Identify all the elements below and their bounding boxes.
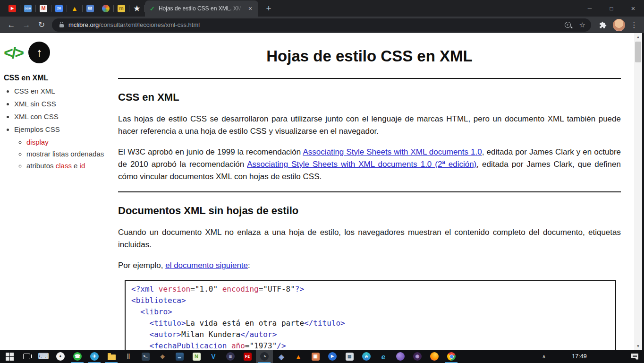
media-player-icon[interactable]: ▶ <box>324 350 341 363</box>
scroll-down-icon[interactable]: ▼ <box>634 342 642 350</box>
pinned-tab-moodle[interactable]: m <box>114 0 129 17</box>
pinned-tab-dsm[interactable]: DSM <box>20 0 35 17</box>
sidebar-item-xml-con-css[interactable]: XML con CSS <box>14 112 118 121</box>
task-view-button[interactable] <box>18 350 35 363</box>
code-token: <fechaPublicacion <box>150 341 231 350</box>
gmail-favicon-icon: M <box>40 5 47 12</box>
code-line: <?xml version="1.0" encoding="UTF-8"?> <box>131 284 610 295</box>
tray-clock[interactable]: 17:49 <box>564 353 594 360</box>
sidebar-item-css-en-xml[interactable]: CSS en XML <box>14 87 118 95</box>
mysql-workbench-icon[interactable]: ▣ <box>307 350 324 363</box>
whatsapp-icon[interactable]: ☎ <box>69 350 86 363</box>
text-segment: El W3C aprobó en junio de 1999 la recome… <box>118 147 303 156</box>
winscp-icon[interactable]: ◆ <box>154 350 171 363</box>
chrome-icon[interactable] <box>443 350 460 363</box>
file-explorer-glyph <box>108 354 116 360</box>
powershell-icon[interactable]: >_ <box>137 350 154 363</box>
pinned-tab-drive[interactable]: ▲ <box>67 0 82 17</box>
text-segment: Cuando un documento XML no enlaza a una … <box>118 228 621 249</box>
pinned-tab-calendar[interactable]: 26 <box>51 0 67 17</box>
divider <box>118 78 621 79</box>
code-token: La vida está en otra parte <box>186 319 304 328</box>
firefox-icon[interactable] <box>426 350 443 363</box>
pinned-tab-bookmarks[interactable]: ★ <box>129 0 144 17</box>
extensions-icon[interactable] <box>596 18 610 32</box>
window-maximize-button[interactable]: □ <box>601 0 622 17</box>
purple-orb-app-icon[interactable] <box>392 350 409 363</box>
sidebar: </> ↑ CSS en XML CSS en XML XML sin CSS … <box>0 33 118 350</box>
obs-glyph: ◔ <box>260 352 269 361</box>
action-center-icon[interactable] <box>631 354 638 360</box>
code-token: ="UTF-8" <box>259 285 295 294</box>
code-token: Milan Kundera <box>181 330 240 339</box>
inline-link[interactable]: el documento siguiente <box>165 261 248 270</box>
window-controls: ─ □ × <box>579 0 644 17</box>
scroll-up-icon[interactable]: ▲ <box>634 33 642 41</box>
chat-app-icon[interactable]: ● <box>52 350 69 363</box>
window-minimize-button[interactable]: ─ <box>579 0 601 17</box>
media-player-glyph: ▶ <box>328 352 337 361</box>
text-segment: class <box>56 162 72 170</box>
pinned-tab-photos[interactable] <box>98 0 113 17</box>
pinned-tab-youtube[interactable]: ▶ <box>5 0 20 17</box>
telegram-icon[interactable]: ✈ <box>86 350 103 363</box>
profile-avatar[interactable] <box>613 19 625 31</box>
edge-browser-icon[interactable]: e <box>358 350 375 363</box>
address-bar[interactable]: mclibre.org/consultar/xml/lecciones/xml-… <box>52 18 591 32</box>
mail-favicon-icon: ✉ <box>86 5 94 12</box>
inline-link[interactable]: Associating Style Sheets with XML docume… <box>247 160 476 169</box>
forward-button[interactable]: → <box>19 17 34 33</box>
drive-favicon-icon: ▲ <box>71 5 78 12</box>
code-token: año <box>231 341 245 350</box>
sidebar-item-xml-sin-css[interactable]: XML sin CSS <box>14 100 118 108</box>
tray-chevron-up-icon[interactable]: ∧ <box>537 354 551 360</box>
window-close-button[interactable]: × <box>622 0 644 17</box>
whatsapp-glyph: ☎ <box>73 352 82 361</box>
touch-keyboard-icon[interactable]: ⌨ <box>35 350 52 363</box>
code-token: ?> <box>295 285 304 294</box>
start-button[interactable] <box>1 350 18 363</box>
pinned-tab-gmail[interactable]: M <box>36 0 51 17</box>
obs-icon[interactable]: ◔ <box>256 350 273 363</box>
bookmark-star-icon[interactable]: ☆ <box>579 21 585 29</box>
vscode-icon[interactable]: V <box>205 350 222 363</box>
text-segment: e <box>72 162 80 170</box>
sidebar-subitem-display[interactable]: display <box>26 138 118 146</box>
window-right-edge <box>642 33 644 350</box>
active-tab[interactable]: ✓ Hojas de estilo CSS en XML. XM × <box>145 0 258 17</box>
sidebar-subitem-listas-ordenadas[interactable]: mostrar listas ordenadas <box>26 150 118 158</box>
back-button[interactable]: ← <box>4 17 19 33</box>
zoom-icon[interactable]: + <box>565 22 571 28</box>
notepad-plus-plus-icon[interactable]: N <box>188 350 205 363</box>
blue-app-glyph: ▂ <box>176 353 184 361</box>
tor-browser-icon[interactable]: ◉ <box>409 350 426 363</box>
code-token: encoding <box>222 285 259 294</box>
mysql-workbench-glyph: ▣ <box>312 353 320 361</box>
scrollbar-thumb[interactable] <box>635 42 641 62</box>
code-logo-icon[interactable]: </> <box>4 43 23 62</box>
page-scrollbar[interactable]: ▲ ▼ <box>634 33 642 350</box>
virtualbox-icon[interactable]: ◈ <box>273 350 290 363</box>
file-explorer-icon[interactable] <box>103 350 120 363</box>
reload-button[interactable]: ↻ <box>34 17 49 33</box>
start-glyph <box>6 353 14 361</box>
code-token: ="1.0" <box>190 285 222 294</box>
system-monitor-icon[interactable]: ▤ <box>341 350 358 363</box>
internet-explorer-icon[interactable]: e <box>375 350 392 363</box>
browser-menu-kebab-icon[interactable]: ⋮ <box>628 18 640 32</box>
code-token: </autor> <box>240 330 277 339</box>
filezilla-icon[interactable]: Fz <box>239 350 256 363</box>
pinned-tab-mail[interactable]: ✉ <box>83 0 98 17</box>
library-app-icon[interactable]: ‖ <box>120 350 137 363</box>
blue-app-icon[interactable]: ▂ <box>171 350 188 363</box>
vlc-icon[interactable]: ▲ <box>290 350 307 363</box>
sidebar-item-ejemplos-css[interactable]: Ejemplos CSS <box>14 125 118 133</box>
inline-link[interactable]: Associating Style Sheets with XML docume… <box>303 147 482 156</box>
code-token: <libro> <box>140 307 172 316</box>
up-arrow-logo-icon[interactable]: ↑ <box>28 42 50 63</box>
eclipse-icon[interactable]: ≡ <box>222 350 239 363</box>
lock-icon[interactable] <box>59 24 64 27</box>
sidebar-subitem-atributos[interactable]: atributos class e id <box>26 162 118 170</box>
new-tab-button[interactable]: + <box>262 2 275 15</box>
tab-close-icon[interactable]: × <box>246 4 254 13</box>
